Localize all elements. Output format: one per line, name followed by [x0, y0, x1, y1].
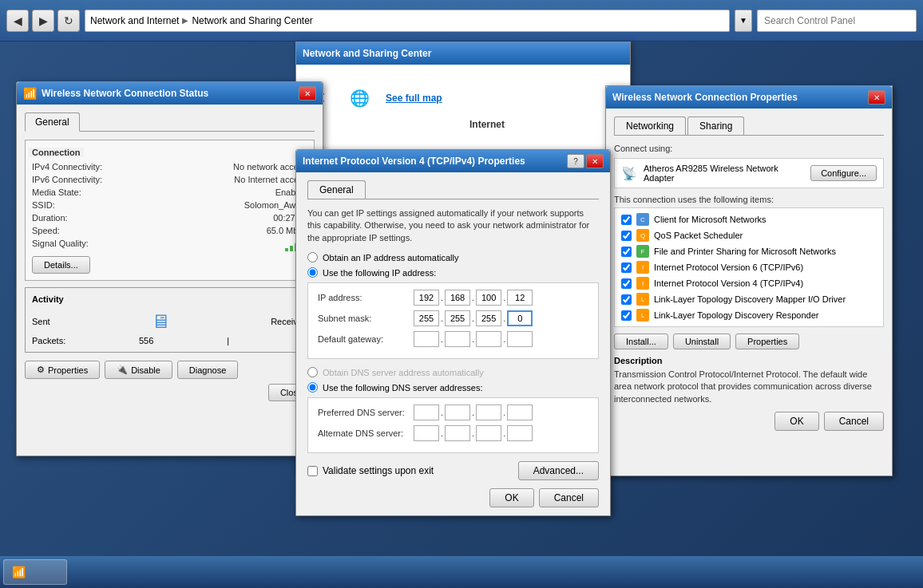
subnet-octet-2[interactable] [445, 310, 470, 326]
duration-row: Duration: 00:27:51 [32, 213, 307, 223]
breadcrumb-dropdown[interactable]: ▼ [735, 10, 752, 32]
item-icon-1: C [636, 213, 649, 226]
item-checkbox-6[interactable] [621, 294, 632, 305]
ip-octet-1[interactable] [414, 290, 439, 306]
ip-octet-4[interactable] [507, 290, 533, 306]
wireless-props-controls: ✕ [868, 90, 885, 105]
activity-header: Activity [32, 294, 307, 304]
alternate-dns-3[interactable] [476, 425, 501, 441]
ip-octet-3[interactable] [476, 290, 501, 306]
taskbar-network-icon: 📶 [12, 566, 26, 578]
ipv4-tab-general[interactable]: General [307, 180, 366, 199]
item-checkbox-2[interactable] [621, 231, 632, 241]
subnet-octet-1[interactable] [414, 310, 439, 326]
signal-bar-2 [290, 246, 293, 251]
wireless-status-close-btn[interactable]: ✕ [299, 86, 316, 101]
radio-auto-dns-input[interactable] [307, 367, 318, 377]
properties-icon: ⚙ [37, 365, 45, 375]
item-checkbox-4[interactable] [621, 262, 632, 273]
install-button[interactable]: Install... [614, 333, 668, 349]
item-label-4: Internet Protocol Version 6 (TCP/IPv6) [654, 262, 803, 272]
gateway-octet-2[interactable] [445, 331, 470, 347]
wireless-props-title: Wireless Network Connection Properties [612, 92, 868, 103]
list-item: I Internet Protocol Version 6 (TCP/IPv6) [618, 259, 880, 275]
radio-auto-dns-label: Obtain DNS server address automatically [323, 368, 484, 377]
subnet-octet-3[interactable] [476, 310, 501, 326]
wireless-status-title: 📶 Wireless Network Connection Status [23, 87, 299, 100]
properties-button[interactable]: ⚙ Properties [25, 361, 100, 379]
ipv4-info-text: You can get IP settings assigned automat… [307, 207, 599, 244]
back-button[interactable]: ◀ [6, 10, 29, 32]
ipv4-close-btn[interactable]: ✕ [586, 154, 604, 168]
advanced-button[interactable]: Advanced... [518, 461, 599, 480]
connection-items-label: This connection uses the following items… [614, 195, 884, 204]
gateway-octet-3[interactable] [476, 331, 501, 347]
ip-address-label: IP address: [318, 293, 414, 302]
props-properties-button[interactable]: Properties [735, 333, 799, 349]
connection-section-title: Connection [29, 148, 84, 157]
install-uninstall-row: Install... Uninstall Properties [614, 333, 884, 349]
ip-octet-2[interactable] [445, 290, 470, 306]
status-button-row: ⚙ Properties 🔌 Disable Diagnose [25, 361, 315, 379]
uninstall-button[interactable]: Uninstall [673, 333, 731, 349]
preferred-dns-2[interactable] [445, 404, 470, 420]
ipv4-cancel-button[interactable]: Cancel [539, 488, 599, 507]
preferred-dns-3[interactable] [476, 404, 501, 420]
validate-checkbox[interactable] [307, 466, 318, 476]
alternate-dns-2[interactable] [445, 425, 470, 441]
disable-button[interactable]: 🔌 Disable [105, 361, 172, 379]
media-state-row: Media State: Enabled [32, 187, 307, 197]
alternate-dns-1[interactable] [414, 425, 439, 441]
item-checkbox-7[interactable] [621, 310, 632, 321]
props-ok-button[interactable]: OK [774, 412, 818, 431]
item-icon-7: L [636, 309, 649, 322]
taskbar-network-btn[interactable]: 📶 [3, 559, 67, 585]
ipv4-help-btn[interactable]: ? [567, 154, 584, 168]
item-checkbox-5[interactable] [621, 278, 632, 289]
preferred-dns-4[interactable] [507, 404, 533, 420]
search-input[interactable] [757, 10, 917, 32]
tab-networking[interactable]: Networking [614, 116, 686, 135]
tab-general[interactable]: General [25, 112, 80, 132]
speed-row: Speed: 65.0 Mbps [32, 226, 307, 235]
wireless-props-titlebar: Wireless Network Connection Properties ✕ [606, 86, 892, 109]
sharing-center-title: Network and Sharing Center [303, 48, 431, 59]
items-list: C Client for Microsoft Networks Q QoS Pa… [614, 207, 884, 327]
gateway-octet-1[interactable] [414, 331, 439, 347]
subnet-mask-label: Subnet mask: [318, 314, 414, 323]
details-button[interactable]: Details... [32, 256, 90, 274]
top-bar: ◀ ▶ ↻ Network and Internet ▶ Network and… [0, 0, 923, 41]
configure-button[interactable]: Configure... [810, 165, 877, 181]
ipv4-row: IPv4 Connectivity: No network access [32, 162, 307, 172]
gateway-octet-4[interactable] [507, 331, 533, 347]
network-activity-icon: 🖥 [151, 310, 170, 333]
alternate-dns-input-group: . . . [414, 425, 533, 441]
radio-auto-ip-input[interactable] [307, 252, 318, 262]
alternate-dns-4[interactable] [507, 425, 533, 441]
item-label-2: QoS Packet Scheduler [654, 231, 743, 240]
preferred-dns-1[interactable] [414, 404, 439, 420]
see-full-map-link[interactable]: See full map [386, 93, 442, 104]
item-checkbox-3[interactable] [621, 247, 632, 257]
activity-row: Sent 🖥 Received [32, 310, 307, 333]
disable-icon: 🔌 [117, 365, 128, 375]
radio-manual-ip-label: Use the following IP address: [323, 268, 436, 278]
diagnose-button[interactable]: Diagnose [177, 361, 238, 379]
ipv4-dialog-buttons: OK Cancel [307, 488, 599, 507]
props-cancel-button[interactable]: Cancel [824, 412, 884, 431]
subnet-octet-4[interactable] [507, 310, 533, 326]
ipv4-ok-button[interactable]: OK [489, 488, 533, 507]
radio-manual-dns-label: Use the following DNS server addresses: [323, 383, 483, 393]
ipv4-dialog-body: General You can get IP settings assigned… [296, 172, 610, 515]
list-item: I Internet Protocol Version 4 (TCP/IPv4) [618, 275, 880, 291]
refresh-button[interactable]: ↻ [57, 10, 80, 32]
item-checkbox-1[interactable] [621, 215, 632, 225]
globe-icon: 🌐 [350, 89, 370, 108]
wireless-props-close-btn[interactable]: ✕ [868, 90, 885, 105]
radio-manual-ip-input[interactable] [307, 267, 318, 278]
list-item: Q QoS Packet Scheduler [618, 227, 880, 243]
ip-fields-group: IP address: . . . Subnet mask: [307, 282, 599, 359]
tab-sharing[interactable]: Sharing [687, 116, 744, 135]
forward-button[interactable]: ▶ [32, 10, 54, 32]
radio-manual-dns-input[interactable] [307, 382, 318, 393]
